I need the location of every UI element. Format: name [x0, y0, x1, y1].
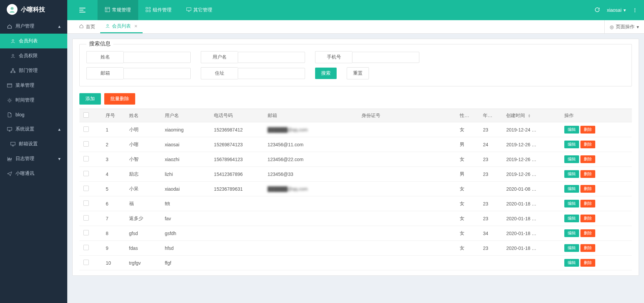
- sidebar-toggle[interactable]: [67, 0, 98, 20]
- row-checkbox[interactable]: [83, 260, 89, 265]
- user-menu[interactable]: xiaosai ▾: [607, 7, 626, 13]
- delete-button[interactable]: 删除: [580, 170, 595, 178]
- reset-button[interactable]: 重置: [347, 67, 369, 79]
- th-idcard: 身份证号: [357, 109, 456, 122]
- cell-idx: 3: [102, 152, 125, 167]
- cell-username: ftft: [161, 196, 210, 211]
- nav-group[interactable]: 菜单管理: [0, 78, 67, 93]
- search-button[interactable]: 搜索: [315, 68, 337, 79]
- delete-button[interactable]: 删除: [580, 259, 595, 267]
- row-checkbox[interactable]: [83, 126, 89, 132]
- input-phone[interactable]: [352, 52, 419, 63]
- cell-ops: 编辑 删除: [560, 122, 632, 137]
- topnav-item[interactable]: 组件管理: [138, 0, 179, 20]
- tab-members[interactable]: 会员列表 ✕: [100, 20, 143, 33]
- cell-username: fav: [161, 211, 210, 226]
- more-icon[interactable]: ⋮: [633, 7, 637, 13]
- row-checkbox[interactable]: [83, 245, 89, 250]
- edit-button[interactable]: 编辑: [564, 141, 579, 148]
- row-checkbox[interactable]: [83, 215, 89, 221]
- nav-item[interactable]: 邮箱设置: [0, 137, 67, 151]
- tab-home[interactable]: 首页: [74, 20, 100, 33]
- th-created[interactable]: 创建时间 ▲▼: [502, 109, 560, 122]
- edit-button[interactable]: 编辑: [564, 215, 579, 222]
- home-icon: [7, 24, 12, 29]
- row-checkbox[interactable]: [83, 171, 89, 176]
- edit-button[interactable]: 编辑: [564, 200, 579, 207]
- cell-age: 34: [479, 226, 502, 241]
- nav-group[interactable]: 用户管理▴: [0, 19, 67, 34]
- svg-point-18: [107, 24, 109, 26]
- input-name[interactable]: [123, 52, 191, 63]
- nav-item[interactable]: 会员列表: [0, 34, 67, 48]
- close-icon[interactable]: ✕: [134, 24, 138, 29]
- logo[interactable]: 小噻科技: [0, 0, 67, 19]
- refresh-icon[interactable]: [595, 7, 600, 13]
- nav-item[interactable]: 部门管理: [0, 63, 67, 78]
- delete-button[interactable]: 删除: [580, 200, 595, 207]
- delete-button[interactable]: 删除: [580, 244, 595, 252]
- cell-email: [264, 256, 357, 270]
- edit-button[interactable]: 编辑: [564, 170, 579, 178]
- edit-button[interactable]: 编辑: [564, 185, 579, 193]
- cell-age: 23: [479, 152, 502, 167]
- edit-button[interactable]: 编辑: [564, 229, 579, 237]
- nav-group[interactable]: 小噻通讯: [0, 166, 67, 181]
- cell-age: 23: [479, 122, 502, 137]
- row-checkbox[interactable]: [83, 200, 89, 206]
- monitor-icon: [186, 7, 191, 13]
- cell-gender: 女: [456, 226, 479, 241]
- cell-created: 2020-01-18 …: [502, 196, 560, 211]
- nav-label: 会员列表: [19, 38, 38, 44]
- checkbox-all[interactable]: [83, 112, 89, 118]
- delete-button[interactable]: 删除: [580, 155, 595, 163]
- row-checkbox[interactable]: [83, 186, 89, 191]
- row-checkbox[interactable]: [83, 141, 89, 147]
- user-name: xiaosai: [607, 7, 621, 13]
- sort-icon[interactable]: ▲▼: [528, 114, 531, 118]
- nav-label: 部门管理: [19, 68, 38, 74]
- svg-rect-5: [12, 68, 13, 69]
- input-email[interactable]: [123, 68, 191, 79]
- topnav-item[interactable]: 常规管理: [98, 0, 138, 20]
- nav-group[interactable]: 时间管理: [0, 93, 67, 108]
- cell-ops: 编辑 删除: [560, 167, 632, 182]
- nav-item[interactable]: 会员权限: [0, 48, 67, 63]
- cell-age: 23: [479, 196, 502, 211]
- nav-group[interactable]: 系统设置▴: [0, 122, 67, 137]
- batch-delete-button[interactable]: 批量删除: [104, 93, 135, 105]
- topnav-item[interactable]: 其它管理: [179, 0, 220, 20]
- cell-name: 小噻: [125, 137, 161, 152]
- delete-button[interactable]: 删除: [580, 185, 595, 193]
- svg-rect-7: [14, 72, 15, 73]
- cell-email: 123456@22.com: [264, 152, 357, 167]
- edit-button[interactable]: 编辑: [564, 259, 579, 267]
- delete-button[interactable]: 删除: [580, 229, 595, 237]
- delete-button[interactable]: 删除: [580, 141, 595, 148]
- gears-icon: [7, 98, 12, 103]
- input-username[interactable]: [238, 52, 305, 63]
- delete-button[interactable]: 删除: [580, 215, 595, 222]
- input-address[interactable]: [238, 68, 305, 79]
- cell-email: 123456@33: [264, 167, 357, 182]
- cell-phone: [210, 211, 264, 226]
- delete-button[interactable]: 删除: [580, 126, 595, 134]
- row-checkbox[interactable]: [83, 156, 89, 161]
- cell-created: 2020-01-08 …: [502, 182, 560, 196]
- tab-members-label: 会员列表: [112, 23, 131, 29]
- page-operations[interactable]: ◎ 页面操作 ▾: [604, 20, 644, 33]
- add-button[interactable]: 添加: [79, 93, 101, 105]
- cell-name: 小呆: [125, 182, 161, 196]
- edit-button[interactable]: 编辑: [564, 244, 579, 252]
- svg-rect-13: [146, 7, 148, 9]
- cell-ops: 编辑 删除: [560, 152, 632, 167]
- edit-button[interactable]: 编辑: [564, 126, 579, 134]
- row-checkbox[interactable]: [83, 230, 89, 235]
- sitemap-icon: [10, 68, 15, 73]
- edit-button[interactable]: 编辑: [564, 155, 579, 163]
- nav-group[interactable]: blog: [0, 108, 67, 122]
- cell-gender: 女: [456, 122, 479, 137]
- th-age: 年…: [479, 109, 502, 122]
- nav-group[interactable]: 日志管理▾: [0, 151, 67, 166]
- search-panel: 搜索信息 姓名 用户名 手机号: [79, 44, 632, 86]
